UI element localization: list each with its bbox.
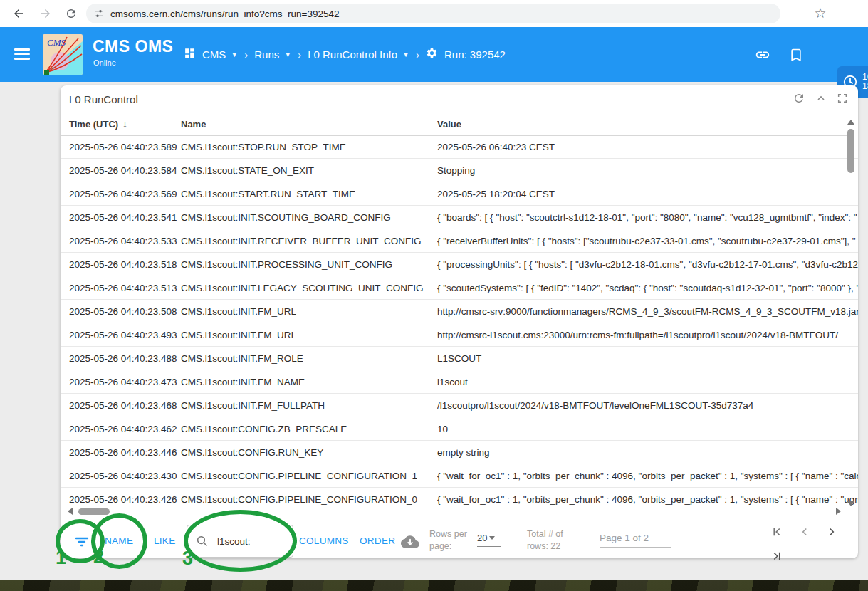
cell-value: http://cmsrc-srv:9000/functionmanagers/R… (437, 306, 858, 317)
caret-down-icon (489, 536, 495, 540)
filter-search-box[interactable] (187, 525, 293, 558)
previous-page-button[interactable] (798, 525, 811, 541)
table-row[interactable]: 2025-05-26 04:40:23.468CMS.l1scout:INIT.… (61, 394, 858, 417)
url-text: cmsoms.cern.ch/cms/runs/run_info?cms_run… (110, 9, 340, 19)
cell-value: l1scout (437, 377, 858, 387)
table-row[interactable]: 2025-05-26 04:40:23.446CMS.l1scout:CONFI… (61, 441, 858, 464)
scroll-down-icon[interactable] (847, 501, 854, 506)
cell-name: CMS.l1scout:INIT.FM_FULLPATH (181, 400, 437, 411)
breadcrumb-cms[interactable]: CMS▼ (202, 48, 238, 61)
first-page-button[interactable] (770, 525, 783, 541)
caret-down-icon[interactable]: ▼ (402, 51, 409, 58)
total-rows-label: Total # of rows: 22 (527, 528, 584, 553)
cell-value: L1SCOUT (437, 353, 858, 364)
cell-value: 10 (437, 424, 858, 434)
cell-time: 2025-05-26 04:40:23.533 (61, 236, 181, 246)
cell-value: 2025-05-26 06:40:23 CEST (437, 142, 858, 152)
breadcrumb: CMS▼ › Runs▼ › L0 RunControl Info▼ › Run… (184, 47, 506, 61)
cms-logo[interactable]: CMS (43, 34, 83, 75)
horizontal-scrollbar[interactable] (68, 506, 841, 517)
cell-value: { "processingUnits": [ { "hosts": [ "d3v… (437, 259, 858, 270)
vertical-scrollbar-thumb[interactable] (847, 129, 854, 173)
order-button[interactable]: ORDER (360, 535, 395, 546)
forward-icon[interactable] (37, 5, 54, 22)
table-row[interactable]: 2025-05-26 04:40:23.533CMS.l1scout:INIT.… (61, 229, 858, 253)
column-header-name[interactable]: Name (181, 119, 437, 130)
collapse-icon[interactable] (815, 93, 827, 107)
caret-down-icon[interactable]: ▼ (231, 51, 238, 58)
search-input[interactable] (216, 535, 286, 548)
cell-name: CMS.l1scout:START.RUN_START_TIME (181, 189, 437, 199)
dashboard-icon (184, 47, 196, 61)
site-settings-icon[interactable] (93, 8, 105, 19)
refresh-icon[interactable] (793, 92, 805, 108)
cell-value: 2025-05-25 18:20:04 CEST (437, 189, 858, 199)
table-row[interactable]: 2025-05-26 04:40:23.508CMS.l1scout:INIT.… (61, 300, 858, 323)
table-row[interactable]: 2025-05-26 04:40:23.518CMS.l1scout:INIT.… (61, 253, 858, 276)
vertical-scrollbar[interactable] (846, 120, 856, 507)
table-row[interactable]: 2025-05-26 04:40:23.493CMS.l1scout:INIT.… (61, 323, 858, 347)
back-icon[interactable] (10, 5, 27, 22)
cell-time: 2025-05-26 04:40:23.468 (61, 400, 181, 411)
scroll-left-icon[interactable] (68, 508, 73, 515)
horizontal-scrollbar-thumb[interactable] (78, 508, 110, 515)
cell-name: CMS.l1scout:INIT.FM_ROLE (181, 353, 437, 364)
breadcrumb-runs[interactable]: Runs▼ (254, 48, 291, 61)
table-row[interactable]: 2025-05-26 04:40:23.430CMS.l1scout:CONFI… (61, 464, 858, 488)
page-number-input[interactable]: Page 1 of 2 (600, 533, 671, 548)
scroll-right-icon[interactable] (836, 508, 841, 515)
column-header-value[interactable]: Value (437, 119, 848, 130)
cell-name: CMS.l1scout:CONFIG.ZB_PRESCALE (181, 424, 437, 434)
chevron-right-icon: › (416, 48, 419, 61)
next-page-button[interactable] (825, 525, 838, 541)
table-row[interactable]: 2025-05-26 04:40:23.473CMS.l1scout:INIT.… (61, 370, 858, 394)
cell-value: /l1scoutpro/l1scout/2024/v18-BMTFOUT/lev… (437, 400, 858, 411)
reload-icon[interactable] (63, 5, 80, 22)
scroll-up-icon[interactable] (847, 120, 854, 125)
cell-name: CMS.l1scout:CONFIG.RUN_KEY (181, 447, 437, 458)
sort-desc-icon[interactable]: ↓ (122, 118, 127, 130)
table-row[interactable]: 2025-05-26 04:40:23.569CMS.l1scout:START… (61, 182, 858, 206)
header-actions (755, 47, 803, 66)
rows-per-page-select[interactable]: 20 (477, 533, 501, 547)
gear-icon[interactable] (426, 47, 438, 61)
table-row[interactable]: 2025-05-26 04:40:23.584CMS.l1scout:STATE… (61, 159, 858, 182)
cell-name: CMS.l1scout:INIT.LEGACY_SCOUTING_UNIT_CO… (181, 283, 437, 293)
cell-value: empty string (437, 447, 858, 458)
table-row[interactable]: 2025-05-26 04:40:23.488CMS.l1scout:INIT.… (61, 347, 858, 370)
cell-value: { "scoutedSystems": [ { "fedID": "1402",… (437, 283, 858, 293)
table-row[interactable]: 2025-05-26 04:40:23.513CMS.l1scout:INIT.… (61, 276, 858, 300)
cell-value: { "wait_for_oc1" : 1, "orbits_per_chunk"… (437, 471, 858, 481)
last-page-button[interactable] (770, 550, 783, 565)
link-icon[interactable] (755, 47, 770, 66)
caret-down-icon[interactable]: ▼ (284, 51, 291, 58)
annotation-number-2: 2 (93, 546, 104, 568)
app-title: CMS OMS (93, 37, 173, 56)
cell-name: CMS.l1scout:CONFIG.PIPELINE_CONFIGURATIO… (181, 471, 437, 481)
table-row[interactable]: 2025-05-26 04:40:23.541CMS.l1scout:INIT.… (61, 206, 858, 229)
cell-value: { "boards": [ { "host": "scoutctrl-s1d12… (437, 212, 858, 223)
fullscreen-icon[interactable] (837, 93, 848, 107)
column-header-time[interactable]: Time (UTC)↓ (61, 118, 181, 130)
cell-time: 2025-05-26 04:40:23.569 (61, 189, 181, 199)
cell-value: { "receiverBufferUnits": [ { "hosts": ["… (437, 236, 858, 246)
menu-icon[interactable] (14, 48, 30, 60)
table-row[interactable]: 2025-05-26 04:40:23.462CMS.l1scout:CONFI… (61, 417, 858, 441)
bookmark-icon[interactable] (789, 48, 803, 65)
columns-button[interactable]: COLUMNS (299, 535, 349, 546)
cell-time: 2025-05-26 04:40:23.493 (61, 330, 181, 340)
desktop-wallpaper-strip (0, 580, 868, 591)
filter-operator-button[interactable]: LIKE (154, 535, 175, 546)
address-bar[interactable]: cmsoms.cern.ch/cms/runs/run_info?cms_run… (86, 4, 780, 23)
filter-field-button[interactable]: NAME (105, 535, 133, 546)
run-label: Run: 392542 (444, 48, 506, 61)
app-subtitle: Online (93, 58, 116, 67)
bookmark-star-icon[interactable]: ☆ (812, 5, 829, 22)
download-icon[interactable] (401, 533, 419, 554)
table-row[interactable]: 2025-05-26 04:40:23.589CMS.l1scout:STOP.… (61, 135, 858, 159)
cell-name: CMS.l1scout:STATE_ON_EXIT (181, 165, 437, 176)
filter-icon[interactable] (73, 533, 90, 553)
table-body: 2025-05-26 04:40:23.589CMS.l1scout:STOP.… (61, 135, 858, 511)
cell-time: 2025-05-26 04:40:23.430 (61, 471, 181, 481)
breadcrumb-runcontrol[interactable]: L0 RunControl Info▼ (308, 48, 409, 61)
